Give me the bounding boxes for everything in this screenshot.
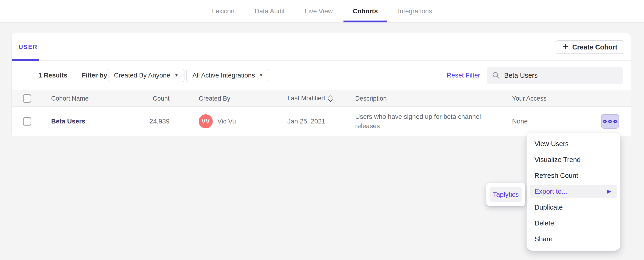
nav-tab-cohorts[interactable]: Cohorts <box>352 0 379 22</box>
submenu-item-taplytics[interactable]: Taplytics <box>490 187 522 202</box>
ellipsis-icon <box>603 120 607 123</box>
ellipsis-icon <box>614 120 617 123</box>
table-row: Beta Users 24,939 VV Vic Vu Jan 25, 2021… <box>12 107 631 136</box>
plus-icon: + <box>563 42 568 52</box>
sort-icon <box>328 94 333 103</box>
menu-item-share[interactable]: Share <box>526 231 620 247</box>
row-checkbox[interactable] <box>23 117 31 126</box>
vertical-divider <box>72 69 73 82</box>
created-by-dropdown[interactable]: Created By Anyone ▼ <box>108 68 184 82</box>
created-by-dropdown-value: Created By Anyone <box>114 72 170 79</box>
nav-tab-data-audit[interactable]: Data Audit <box>254 0 286 22</box>
header-cohort-name[interactable]: Cohort Name <box>51 95 89 102</box>
menu-item-refresh-count[interactable]: Refresh Count <box>526 168 620 184</box>
integrations-dropdown[interactable]: All Active Integrations ▼ <box>186 68 269 82</box>
more-actions-button[interactable] <box>601 114 619 128</box>
cohort-name-link[interactable]: Beta Users <box>51 118 85 125</box>
menu-item-duplicate[interactable]: Duplicate <box>526 199 620 215</box>
integrations-dropdown-value: All Active Integrations <box>192 72 255 79</box>
menu-item-export-to[interactable]: Export to... ▶ <box>530 184 617 198</box>
nav-tab-label: Cohorts <box>353 8 378 15</box>
chevron-down-icon: ▼ <box>259 73 263 78</box>
menu-item-delete[interactable]: Delete <box>526 215 620 231</box>
search-input[interactable] <box>504 72 612 79</box>
top-navigation: Lexicon Data Audit Live View Cohorts Int… <box>0 0 644 23</box>
select-all-checkbox[interactable] <box>23 94 31 103</box>
cohorts-card: USER + Create Cohort 1 Results Filter by… <box>12 33 631 136</box>
header-last-modified[interactable]: Last Modified <box>288 94 333 103</box>
nav-tab-label: Integrations <box>398 8 432 15</box>
submenu-arrow-icon: ▶ <box>607 188 611 194</box>
create-cohort-label: Create Cohort <box>572 44 618 51</box>
ellipsis-icon <box>608 120 612 123</box>
menu-item-view-users[interactable]: View Users <box>526 136 620 152</box>
chevron-down-icon: ▼ <box>174 73 178 78</box>
menu-item-visualize-trend[interactable]: Visualize Trend <box>526 152 620 168</box>
access-value: None <box>512 118 528 125</box>
tab-user[interactable]: USER <box>19 44 38 50</box>
header-last-modified-label: Last Modified <box>288 95 325 102</box>
avatar: VV <box>199 114 213 128</box>
nav-tab-label: Lexicon <box>212 8 235 15</box>
filter-bar: 1 Results Filter by Created By Anyone ▼ … <box>12 61 631 90</box>
header-description[interactable]: Description <box>355 95 490 102</box>
search-box[interactable] <box>487 67 623 84</box>
cohort-count: 24,939 <box>124 118 170 125</box>
header-created-by[interactable]: Created By <box>199 95 230 102</box>
filter-by-label: Filter by <box>82 72 107 79</box>
search-icon <box>492 72 500 79</box>
nav-tab-label: Live View <box>305 8 332 15</box>
creator-name: Vic Vu <box>218 118 236 125</box>
create-cohort-button[interactable]: + Create Cohort <box>556 40 624 54</box>
creator-cell: VV Vic Vu <box>199 114 236 128</box>
header-your-access[interactable]: Your Access <box>512 95 547 102</box>
row-actions-menu: View Users Visualize Trend Refresh Count… <box>526 132 620 251</box>
export-submenu: Taplytics <box>486 183 526 206</box>
cohort-description: Users who have signed up for beta channe… <box>355 112 490 131</box>
nav-tab-lexicon[interactable]: Lexicon <box>211 0 236 22</box>
table-header-row: Cohort Name Count Created By Last Modifi… <box>12 90 631 107</box>
nav-tab-label: Data Audit <box>254 8 285 15</box>
card-tab-row: USER + Create Cohort <box>12 34 631 61</box>
header-count[interactable]: Count <box>124 95 170 102</box>
menu-item-export-label: Export to... <box>534 188 567 195</box>
last-modified-value: Jan 25, 2021 <box>288 118 325 125</box>
nav-tab-integrations[interactable]: Integrations <box>397 0 433 22</box>
nav-tab-live-view[interactable]: Live View <box>304 0 334 22</box>
results-count: 1 Results <box>38 72 68 79</box>
reset-filter-link[interactable]: Reset Filter <box>447 72 480 79</box>
active-tab-underline <box>344 20 387 22</box>
